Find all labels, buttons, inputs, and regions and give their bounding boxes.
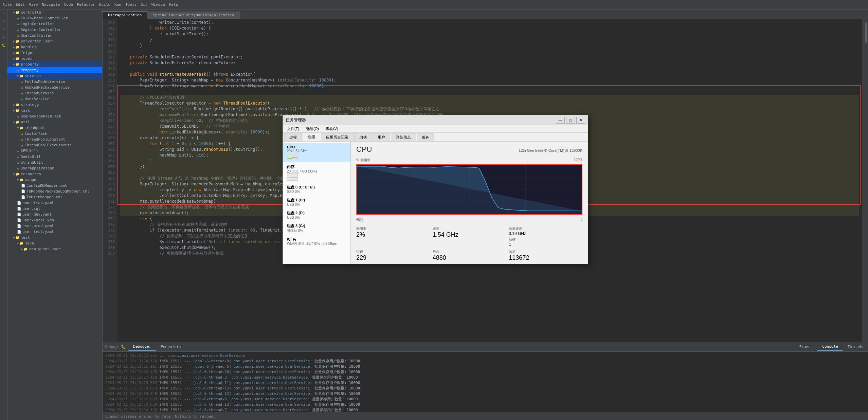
tm-disk0-label: 磁盘 0 (C: D: E:)	[287, 185, 315, 190]
sidebar-item-customtask[interactable]: ☕ CustomTask	[7, 131, 102, 136]
tab-springcloud[interactable]: SpringCloudSecurityOauth2Application	[147, 12, 239, 19]
sidebar-item-userlocal[interactable]: 📄 user-local.yaml	[7, 217, 102, 223]
sidebar-item-registercontroller[interactable]: ☕ RegisterController	[7, 27, 102, 33]
app-menu-code[interactable]: Code	[64, 2, 73, 7]
tm-maximize-button[interactable]: □	[566, 117, 575, 124]
sidebar-item-tbrobmapper[interactable]: 📄 TbRobRedPackageLogMapper.xml	[7, 188, 102, 194]
sidebar-item-configdbmapper[interactable]: 📄 ConfigDBMapper.xml	[7, 183, 102, 188]
sidebar-item-strategy[interactable]: ▶ 📁 strategy	[7, 102, 102, 108]
tm-sidebar-disk1[interactable]: 磁盘 1 (H:) USB 0%	[283, 196, 350, 208]
tm-sidebar-wifi[interactable]: Wi-Fi WLAN 发送: 21.7 接收: 0.2 Mbps	[283, 235, 350, 248]
sidebar-item-userdev[interactable]: 📄 user-dev.yaml	[7, 212, 102, 217]
tm-tab-performance[interactable]: 性能	[303, 133, 320, 141]
sidebar-item-service-folder[interactable]: ▼ 📁 service	[7, 73, 102, 79]
sidebar-item-tbusermapper[interactable]: 📄 TbUserMapper.xml	[7, 194, 102, 200]
folder-icon: 📁	[15, 120, 19, 124]
sidebar-item-userapplication[interactable]: ☕ UserApplication	[7, 165, 102, 171]
sidebar-item-util[interactable]: ▼ 📁 util	[7, 119, 102, 125]
task-manager[interactable]: 任务管理器 — □ ✕ 文件(F) 选项(O) 查看(V) 进程 性能 应用历史…	[283, 115, 588, 264]
sidebar-item-threadpoolexecutorutil[interactable]: ☕ ThreadPoolExecutorUtil	[7, 142, 102, 148]
app-menu-file[interactable]: File	[3, 2, 12, 7]
tab-endpoints[interactable]: Endpoints	[156, 343, 186, 350]
sidebar-item-property[interactable]: ▼ 📁 property	[7, 61, 102, 67]
code-line: ThreadPoolExecutor executor = new Thread…	[120, 101, 859, 106]
tm-disk3-label: 磁盘 3 (G:)	[287, 223, 305, 229]
expand-icon: ▶	[13, 57, 15, 60]
tab-threads[interactable]: Threads	[843, 343, 868, 350]
sidebar-item-threadservice[interactable]: ☕ ThreadService	[7, 90, 102, 96]
sidebar-item-theadpool[interactable]: ▼ 📁 theadpool	[7, 125, 102, 131]
tm-close-button[interactable]: ✕	[576, 117, 585, 124]
tm-cpu-header: CPU 12th Gen Intel(R) Core(TM) i9-12900K	[356, 145, 582, 155]
sidebar-item-stringutil[interactable]: ☕ StringUtil	[7, 160, 102, 165]
app-menu-refactor[interactable]: Refactor	[77, 2, 95, 7]
tm-tab-services[interactable]: 服务	[417, 133, 434, 141]
tab-frames[interactable]: Frames	[795, 343, 818, 350]
tm-tab-users[interactable]: 用户	[373, 133, 390, 141]
sidebar-label: RegisterController	[21, 28, 61, 32]
tab-debugger[interactable]: Debugger	[128, 343, 156, 351]
sidebar-item-userservice[interactable]: ☕ UserService	[7, 96, 102, 102]
tm-minimize-button[interactable]: —	[556, 117, 565, 124]
run-icon[interactable]: ▶	[1, 35, 6, 41]
structure-icon[interactable]: ≡	[1, 27, 6, 33]
app-menu-build[interactable]: Build	[99, 2, 110, 7]
sidebar-item-converter[interactable]: ▶ 📁 converter.user	[7, 38, 102, 44]
app-menu-help[interactable]: Help	[169, 2, 178, 7]
app-menu-run[interactable]: Run	[114, 2, 121, 7]
tm-menu-file[interactable]: 文件(F)	[284, 126, 302, 132]
sidebar-item-comyunxiuser[interactable]: ▶ 📁 com.yunxi.user	[7, 246, 102, 252]
app-menu-window[interactable]: Window	[151, 2, 165, 7]
tm-tab-process[interactable]: 进程	[284, 133, 302, 141]
tm-menubar: 文件(F) 选项(O) 查看(V)	[283, 125, 588, 133]
sidebar-item-robservice[interactable]: ☕ RobRedPackageService	[7, 85, 102, 90]
app-menu-git[interactable]: Git	[141, 2, 147, 7]
tm-tab-startup[interactable]: 启动	[354, 133, 372, 141]
code-line: private ScheduledExecutorService poolExe…	[120, 54, 859, 60]
tm-sidebar-memory[interactable]: 内存 20.8/63.7 GB (33%)	[283, 162, 350, 183]
sidebar-item-threadpoolconstant[interactable]: ☕ ThreadPoolConstant	[7, 136, 102, 142]
console-area[interactable]: 2024-03-21 15:13:22.xxx ... com.yunxi.us…	[103, 352, 868, 413]
sidebar-item-aesutils[interactable]: ☕ AESUtils	[7, 148, 102, 154]
sidebar-item-userprod[interactable]: 📄 user-prod.yaml	[7, 223, 102, 229]
app-menu-tools[interactable]: Tools	[125, 2, 137, 7]
sidebar-item-handler[interactable]: ▶ 📁 handler	[7, 44, 102, 50]
sidebar-item-controller[interactable]: ▼ 📁 controller	[7, 10, 102, 15]
tm-tab-app-history[interactable]: 应用历史记录	[321, 133, 354, 141]
sidebar-item-resources[interactable]: ▼ 📁 resources	[7, 171, 102, 177]
sidebar-item-logincontroller[interactable]: ☕ LoginController	[7, 21, 102, 27]
sidebar-item-task[interactable]: ▼ 📁 task	[7, 108, 102, 113]
tab-console[interactable]: Console	[817, 343, 843, 351]
sidebar-item-usersql[interactable]: 📄 user.sql	[7, 206, 102, 212]
app-menu-navigate[interactable]: Navigate	[42, 2, 60, 7]
sidebar-item-mapper-folder[interactable]: ▼ 📁 mapper	[7, 177, 102, 183]
tm-sidebar-disk0[interactable]: 磁盘 0 (C: D: E:) SSD 0%	[283, 183, 350, 196]
sidebar-item-model[interactable]: ▶ 📁 model	[7, 56, 102, 61]
sidebar-item-redisutil[interactable]: ☕ RedisUtil	[7, 154, 102, 160]
sidebar-label: TbRobRedPackageLogMapper.xml	[26, 189, 89, 194]
sidebar-item-followmodelcontroller[interactable]: ☕ FollowModelController	[7, 15, 102, 21]
sidebar-item-redpackageraintask[interactable]: ☕ RedPackageRainTask	[7, 113, 102, 119]
sidebar-item-followmodelservice[interactable]: ☕ FollowModelService	[7, 79, 102, 85]
debug-icon[interactable]: 🐛	[1, 43, 6, 49]
sidebar-item-java[interactable]: ▼ 📁 java	[7, 240, 102, 246]
tm-menu-view[interactable]: 查看(V)	[323, 126, 341, 132]
tab-userapplication[interactable]: UserApplication	[103, 11, 147, 19]
sidebar-item-test[interactable]: ▼ 📁 test	[7, 235, 102, 240]
tm-tab-details[interactable]: 详细信息	[391, 133, 416, 141]
sidebar-item-bootstrap[interactable]: 📄 bootstrap.yaml	[7, 200, 102, 206]
tm-sidebar-cpu[interactable]: CPU 2% 1.54 GHz	[283, 143, 350, 162]
code-line: public void startCreateUserTask() throws…	[120, 72, 859, 77]
sidebar-item-feign[interactable]: ▶ 📁 feign	[7, 50, 102, 56]
bookmark-icon[interactable]: ◈	[1, 19, 6, 24]
tm-sidebar-disk2[interactable]: 磁盘 2 (F:) USB 0%	[283, 208, 350, 221]
app-menu-view[interactable]: View	[29, 2, 38, 7]
tm-menu-options[interactable]: 选项(O)	[303, 126, 322, 132]
commit-icon[interactable]: ⊙	[1, 11, 6, 16]
tm-sidebar-disk3[interactable]: 磁盘 3 (G:) 可移动 0%	[283, 221, 350, 235]
sidebar-item-property-class[interactable]: ☕ Property	[7, 67, 102, 73]
sidebar-item-usercontroller[interactable]: ☕ UserController	[7, 33, 102, 38]
sidebar-item-usertest[interactable]: 📄 user-test.yaml	[7, 229, 102, 235]
scrollbar-thumb[interactable]	[865, 22, 867, 43]
app-menu-edit[interactable]: Edit	[16, 2, 25, 7]
